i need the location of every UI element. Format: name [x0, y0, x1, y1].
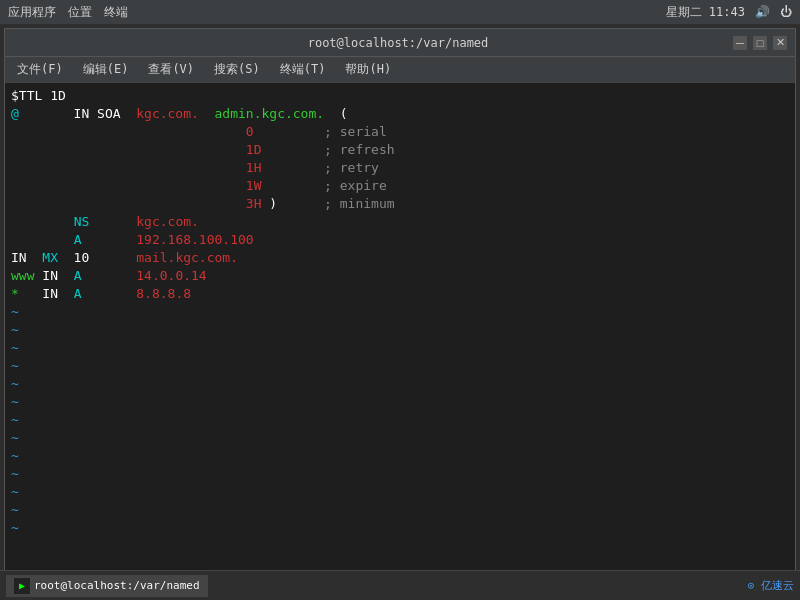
apps-menu[interactable]: 应用程序 — [8, 4, 56, 21]
system-bar-left: 应用程序 位置 终端 — [8, 4, 128, 21]
tilde-line: ~ — [5, 375, 795, 393]
editor-area[interactable]: $TTL 1D @ IN SOA kgc.com. admin.kgc.com.… — [5, 83, 795, 573]
taskbar-app-label: root@localhost:/var/named — [34, 579, 200, 592]
maximize-button[interactable]: □ — [753, 36, 767, 50]
menu-terminal[interactable]: 终端(T) — [272, 59, 334, 80]
taskbar-right: ⊙ 亿速云 — [748, 578, 794, 593]
menu-view[interactable]: 查看(V) — [140, 59, 202, 80]
editor-line: 1D ; refresh — [5, 141, 795, 159]
tilde-line: ~ — [5, 447, 795, 465]
terminal-window: root@localhost:/var/named ─ □ ✕ 文件(F) 编辑… — [4, 28, 796, 596]
close-button[interactable]: ✕ — [773, 36, 787, 50]
editor-line: A 192.168.100.100 — [5, 231, 795, 249]
tilde-line: ~ — [5, 339, 795, 357]
system-bar: 应用程序 位置 终端 星期二 11:43 🔊 ⏻ — [0, 0, 800, 24]
tilde-line: ~ — [5, 321, 795, 339]
menu-help[interactable]: 帮助(H) — [337, 59, 399, 80]
tilde-line: ~ — [5, 357, 795, 375]
title-bar: root@localhost:/var/named ─ □ ✕ — [5, 29, 795, 57]
tilde-line: ~ — [5, 501, 795, 519]
editor-line: 0 ; serial — [5, 123, 795, 141]
volume-icon[interactable]: 🔊 — [755, 5, 770, 19]
minimize-button[interactable]: ─ — [733, 36, 747, 50]
taskbar-app[interactable]: ▶ root@localhost:/var/named — [6, 575, 208, 597]
editor-line: 1H ; retry — [5, 159, 795, 177]
taskbar: ▶ root@localhost:/var/named ⊙ 亿速云 — [0, 570, 800, 600]
editor-line: @ IN SOA kgc.com. admin.kgc.com. ( — [5, 105, 795, 123]
menu-search[interactable]: 搜索(S) — [206, 59, 268, 80]
editor-line: 3H ) ; minimum — [5, 195, 795, 213]
editor-line: IN MX 10 mail.kgc.com. — [5, 249, 795, 267]
window-title: root@localhost:/var/named — [63, 36, 733, 50]
menu-bar: 文件(F) 编辑(E) 查看(V) 搜索(S) 终端(T) 帮助(H) — [5, 57, 795, 83]
tilde-line: ~ — [5, 483, 795, 501]
editor-line: www IN A 14.0.0.14 — [5, 267, 795, 285]
editor-line: NS kgc.com. — [5, 213, 795, 231]
cloud-logo[interactable]: ⊙ 亿速云 — [748, 578, 794, 593]
terminal-menu[interactable]: 终端 — [104, 4, 128, 21]
tilde-line: ~ — [5, 303, 795, 321]
tilde-line: ~ — [5, 465, 795, 483]
editor-line: $TTL 1D — [5, 87, 795, 105]
tilde-line: ~ — [5, 429, 795, 447]
taskbar-left: ▶ root@localhost:/var/named — [6, 575, 208, 597]
system-bar-right: 星期二 11:43 🔊 ⏻ — [666, 4, 792, 21]
tilde-line: ~ — [5, 393, 795, 411]
editor-line: 1W ; expire — [5, 177, 795, 195]
editor-line: * IN A 8.8.8.8 — [5, 285, 795, 303]
power-icon[interactable]: ⏻ — [780, 5, 792, 19]
tilde-line: ~ — [5, 411, 795, 429]
terminal-icon: ▶ — [14, 578, 30, 594]
tilde-line: ~ — [5, 519, 795, 537]
menu-file[interactable]: 文件(F) — [9, 59, 71, 80]
datetime: 星期二 11:43 — [666, 4, 745, 21]
position-menu[interactable]: 位置 — [68, 4, 92, 21]
menu-edit[interactable]: 编辑(E) — [75, 59, 137, 80]
title-bar-controls: ─ □ ✕ — [733, 36, 787, 50]
